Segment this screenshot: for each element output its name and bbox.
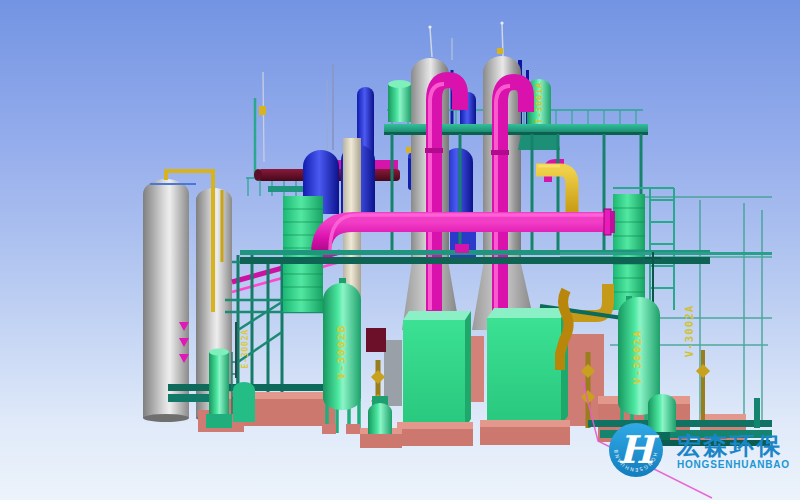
logo-monogram: H xyxy=(618,427,660,472)
label-e3002a: E-3002A xyxy=(240,329,250,368)
label-v3002a-floating: V-3002A xyxy=(683,305,695,358)
green-skid-cube-right xyxy=(480,308,570,445)
label-t3001a: T-3001A xyxy=(534,82,544,124)
plant-3d-render: T-3001A xyxy=(0,0,800,500)
plant-scene: T-3001A xyxy=(0,0,800,500)
green-skid-cube-left xyxy=(397,311,473,446)
green-cylinder-small xyxy=(388,80,411,122)
label-v3002a: V-3002A xyxy=(631,330,644,385)
label-v3002b: V-3002B xyxy=(335,325,348,380)
logo-name-cn: 宏森环保 xyxy=(676,432,783,460)
magenta-valve xyxy=(455,244,469,253)
logo-name-en: HONGSENHUANBAO xyxy=(677,459,790,470)
